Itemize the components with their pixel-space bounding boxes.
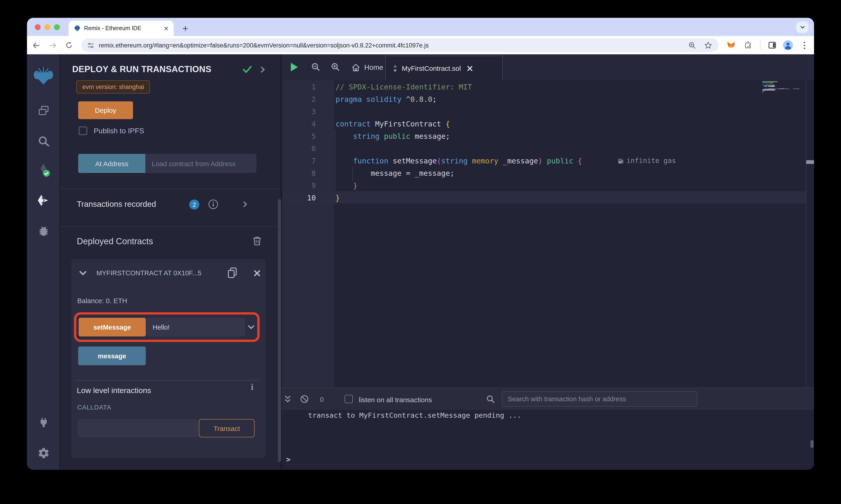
terminal-log: transact to MyFirstContract.setMessage p… xyxy=(308,411,521,419)
bookmark-star-icon[interactable] xyxy=(704,41,712,49)
file-explorer-icon[interactable] xyxy=(27,101,60,121)
tab-home[interactable]: Home xyxy=(351,54,383,80)
calldata-label: CALLDATA xyxy=(77,403,111,411)
divider xyxy=(74,380,260,381)
plugin-manager-icon[interactable] xyxy=(27,412,60,432)
close-file-icon[interactable] xyxy=(467,66,473,71)
clear-console-icon[interactable] xyxy=(300,395,309,403)
transactions-info-icon[interactable] xyxy=(208,199,219,210)
zoom-page-icon[interactable] xyxy=(688,41,696,49)
listen-transactions-label[interactable]: listen on all transactions xyxy=(359,396,432,403)
browser-window: Remix - Ethereum IDE remix.ethereum.org/… xyxy=(27,18,814,470)
home-icon xyxy=(351,63,360,71)
settings-gear-icon[interactable] xyxy=(27,443,60,463)
close-window-button[interactable] xyxy=(35,24,41,30)
panel-title: DEPLOY & RUN TRANSACTIONS xyxy=(72,65,211,74)
editor-scrollbar-track xyxy=(806,80,806,388)
browser-toolbar: remix.ethereum.org/#lang=en&optimize=fal… xyxy=(27,36,814,54)
terminal-search-input[interactable]: Search with transaction hash or address xyxy=(502,391,698,407)
new-tab-button[interactable] xyxy=(179,22,191,34)
terminal-search-icon xyxy=(486,395,495,403)
deployed-contract-card: MYFIRSTCONTRACT AT 0X10F...5 Balance: 0.… xyxy=(71,259,265,458)
terminal-toolbar: 0 listen on all transactions Search with… xyxy=(281,388,814,410)
file-tab-label: MyFirstContract.sol xyxy=(402,65,461,72)
calldata-input[interactable] xyxy=(78,419,199,437)
copy-address-icon[interactable] xyxy=(227,267,238,279)
remix-favicon xyxy=(74,25,81,32)
minimap[interactable] xyxy=(762,81,804,93)
evm-version-badge: evm version: shanghai xyxy=(76,80,150,94)
gas-icon xyxy=(618,158,624,164)
set-message-expand-chevron-icon[interactable] xyxy=(248,325,255,330)
editor-tabbar: Home MyFirstContract.sol xyxy=(281,54,814,80)
screen: Remix - Ethereum IDE remix.ethereum.org/… xyxy=(0,0,841,504)
tab-myfirstcontract[interactable]: MyFirstContract.sol xyxy=(385,56,503,80)
terminal-prompt: > xyxy=(286,455,290,464)
remix-iconbar xyxy=(27,54,60,470)
at-address-button[interactable]: At Address xyxy=(78,154,145,173)
panel-expand-chevron-icon[interactable] xyxy=(260,66,265,73)
site-settings-icon[interactable] xyxy=(87,42,94,49)
transactions-count-badge: 2 xyxy=(189,199,199,210)
set-message-input[interactable]: Hello! xyxy=(146,318,245,337)
tab-close-icon[interactable] xyxy=(164,26,168,30)
divider xyxy=(60,227,281,227)
toolbar-divider xyxy=(760,41,760,50)
divider xyxy=(60,188,281,189)
at-address-input[interactable]: Load contract from Address xyxy=(145,154,256,173)
publish-ipfs-label[interactable]: Publish to IPFS xyxy=(94,127,144,135)
back-button[interactable] xyxy=(28,36,44,54)
search-icon[interactable] xyxy=(27,131,60,151)
browser-tabstrip: Remix - Ethereum IDE xyxy=(27,18,814,36)
sidebar-icon[interactable] xyxy=(764,36,780,54)
solidity-compiler-icon[interactable] xyxy=(27,160,60,180)
url-bar[interactable]: remix.ethereum.org/#lang=en&optimize=fal… xyxy=(81,38,719,52)
overview-ruler-marker xyxy=(806,160,814,164)
browser-tab[interactable]: Remix - Ethereum IDE xyxy=(69,20,174,36)
terminal-count: 0 xyxy=(320,395,324,403)
tab-search-button[interactable] xyxy=(796,21,809,33)
transact-button[interactable]: Transact xyxy=(199,419,255,437)
zoom-in-icon[interactable] xyxy=(331,62,340,71)
terminal-collapse-icon[interactable] xyxy=(284,395,291,403)
remove-contract-icon[interactable] xyxy=(254,270,260,277)
trash-icon[interactable] xyxy=(253,236,261,246)
compile-success-check-icon xyxy=(243,65,252,73)
url-text: remix.ethereum.org/#lang=en&optimize=fal… xyxy=(99,42,429,49)
debugger-icon[interactable] xyxy=(27,221,60,241)
contract-collapse-chevron-icon[interactable] xyxy=(79,270,87,276)
profile-avatar[interactable] xyxy=(780,36,796,54)
remix-logo[interactable] xyxy=(27,65,60,85)
transactions-expand-chevron-icon[interactable] xyxy=(243,201,247,208)
run-script-icon[interactable] xyxy=(290,62,299,72)
deploy-run-icon[interactable] xyxy=(27,191,60,211)
set-message-button[interactable]: setMessage xyxy=(79,318,146,337)
listen-transactions-checkbox[interactable] xyxy=(345,395,353,403)
tab-title: Remix - Ethereum IDE xyxy=(84,25,164,32)
reload-button[interactable] xyxy=(61,36,77,54)
metamask-icon[interactable] xyxy=(723,36,739,54)
deploy-panel: DEPLOY & RUN TRANSACTIONS evm version: s… xyxy=(60,54,281,470)
code-editor[interactable]: 1// SPDX-License-Identifier: MIT2pragma … xyxy=(281,80,814,388)
publish-ipfs-checkbox[interactable] xyxy=(79,126,87,135)
remix-app: DEPLOY & RUN TRANSACTIONS evm version: s… xyxy=(27,54,814,470)
low-level-info-icon[interactable]: i xyxy=(251,382,254,392)
minimize-window-button[interactable] xyxy=(44,24,50,30)
deploy-button[interactable]: Deploy xyxy=(78,101,133,119)
editor-area: Home MyFirstContract.sol 1// SPDX-Licens… xyxy=(281,54,814,470)
browser-menu-icon[interactable] xyxy=(796,36,813,54)
zoom-out-icon[interactable] xyxy=(311,62,320,71)
code-lines[interactable]: 1// SPDX-License-Identifier: MIT2pragma … xyxy=(282,81,676,204)
transactions-recorded-label: Transactions recorded xyxy=(77,199,156,209)
contract-title[interactable]: MYFIRSTCONTRACT AT 0X10F...5 xyxy=(97,269,211,277)
deployed-contracts-label: Deployed Contracts xyxy=(77,236,153,247)
forward-button[interactable] xyxy=(44,36,61,54)
contract-balance: Balance: 0. ETH xyxy=(77,297,127,305)
message-button[interactable]: message xyxy=(78,346,146,365)
low-level-label: Low level interactions xyxy=(77,386,151,395)
terminal-scrollbar[interactable] xyxy=(810,440,813,448)
zoom-window-button[interactable] xyxy=(54,24,60,30)
panel-scrollbar[interactable] xyxy=(278,199,281,462)
solidity-file-icon xyxy=(392,64,398,72)
extensions-icon[interactable] xyxy=(740,36,756,54)
